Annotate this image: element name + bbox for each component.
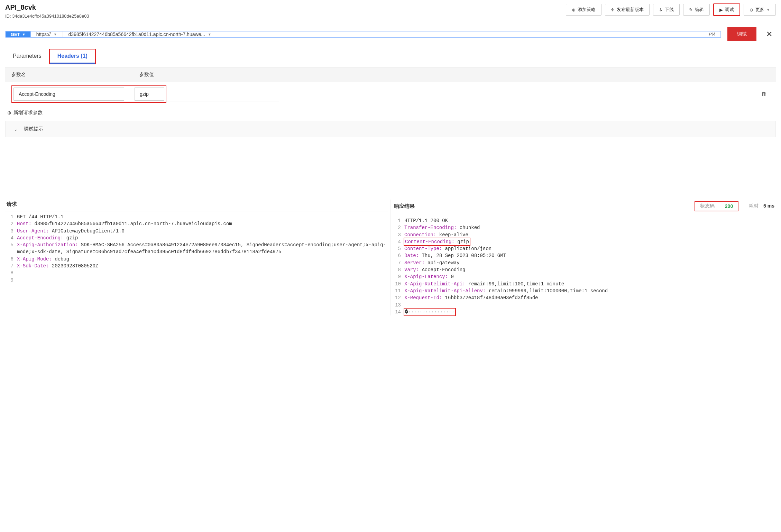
response-body: 1HTTP/1.1 200 OK2Transfer-Encoding: chun… — [393, 215, 776, 315]
download-icon: ⇩ — [659, 7, 663, 12]
chevron-down-icon: ▼ — [22, 33, 26, 36]
debug-hint-panel[interactable]: ⌄ 调试提示 — [5, 121, 776, 137]
headers-table-header: 参数名 参数值 — [5, 67, 776, 82]
pencil-icon: ✎ — [689, 7, 693, 12]
latency-label: 耗时 — [749, 203, 759, 209]
header-name-input[interactable] — [13, 88, 124, 101]
add-param-button[interactable]: ⊕ 新增请求参数 — [5, 106, 45, 119]
plus-circle-icon: ⊕ — [7, 110, 11, 116]
col-name-label: 参数名 — [11, 72, 139, 78]
status-code: 200 — [725, 203, 733, 209]
header-row: gzip 🗑 — [5, 82, 776, 106]
trash-icon[interactable]: 🗑 — [759, 91, 770, 97]
status-code-label: 状态码 — [700, 203, 715, 209]
header-actions: ⊕ 添加策略 ✈ 发布最新版本 ⇩ 下线 ✎ 编辑 ▶ 调试 ⊖ 更多 ▼ — [566, 3, 776, 16]
response-meta: 状态码 200 耗时 5 ms — [695, 201, 774, 211]
more-button[interactable]: ⊖ 更多 ▼ — [744, 4, 776, 16]
host-select[interactable]: d3985f614227446b85a56642fb1a0d11.apic.cn… — [63, 31, 704, 37]
offline-button[interactable]: ⇩ 下线 — [653, 4, 680, 16]
tab-parameters[interactable]: Parameters — [5, 49, 49, 64]
request-panel-title: 请求 — [7, 201, 17, 208]
request-body: 1GET /44 HTTP/1.12Host: d3985f614227446b… — [5, 211, 388, 284]
chevron-down-icon: ▼ — [54, 33, 57, 36]
tab-headers[interactable]: Headers (1) — [50, 49, 95, 64]
col-value-label: 参数值 — [139, 72, 770, 78]
chevron-down-icon: ▼ — [208, 33, 211, 36]
paper-plane-icon: ✈ — [611, 7, 615, 12]
close-icon[interactable]: ✕ — [763, 30, 776, 39]
http-method-select[interactable]: GET ▼ — [6, 31, 31, 37]
edit-button[interactable]: ✎ 编辑 — [683, 4, 710, 16]
plus-circle-icon: ⊕ — [572, 7, 576, 12]
publish-button[interactable]: ✈ 发布最新版本 — [605, 4, 650, 16]
api-id: ID: 34da31e4cffc45a39410188de25a8e03 — [5, 13, 89, 19]
chevron-down-icon: ▼ — [766, 8, 770, 12]
run-debug-button[interactable]: 调试 — [727, 27, 756, 41]
add-policy-button[interactable]: ⊕ 添加策略 — [566, 4, 601, 16]
latency-value: 5 ms — [763, 203, 774, 209]
header-value-partial[interactable]: gzip — [140, 91, 149, 97]
response-panel-title: 响应结果 — [394, 203, 415, 210]
chevron-down-icon: ⌄ — [14, 127, 18, 132]
scheme-select[interactable]: https:// ▼ — [31, 31, 63, 37]
page-title: API_8cvk — [5, 3, 89, 11]
ellipsis-icon: ⊖ — [750, 7, 753, 12]
path-display: /44 — [704, 31, 720, 37]
debug-button[interactable]: ▶ 调试 — [713, 3, 740, 16]
hint-label: 调试提示 — [24, 126, 43, 132]
play-icon: ▶ — [719, 7, 723, 12]
request-url-bar: GET ▼ https:// ▼ d3985f614227446b85a5664… — [5, 31, 721, 38]
